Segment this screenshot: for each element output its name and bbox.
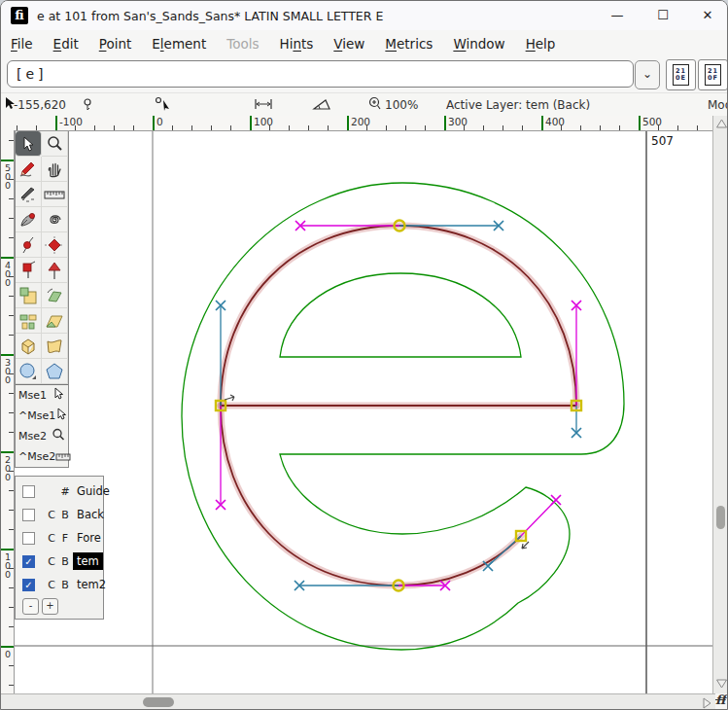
ruler-tick (697, 125, 698, 130)
ruler-tick (1, 257, 14, 259)
horizontal-scrollbar[interactable] (1, 693, 715, 710)
remove-layer-button[interactable]: - (22, 598, 39, 615)
ruler-tick (503, 125, 503, 130)
ruler-label: 0 (4, 650, 12, 658)
mouse-binding-mse1[interactable]: Mse1 (16, 385, 68, 406)
tool-flip[interactable] (16, 308, 42, 334)
tool-corner-point[interactable] (16, 258, 42, 283)
magnify-icon (52, 427, 65, 445)
layer-row-fore[interactable]: CFFore (16, 526, 103, 550)
glyph-outline-drawing[interactable] (1, 1, 728, 710)
mouse-binding-label: Mse2 (18, 430, 47, 443)
tool-scroll-hand[interactable] (42, 157, 68, 182)
scroll-up-icon[interactable] (715, 118, 728, 129)
layer-name[interactable]: Fore (73, 529, 105, 547)
ruler-tick (75, 125, 76, 130)
layer-type-label: C (46, 532, 57, 545)
tool-rotate[interactable] (42, 283, 68, 308)
ruler-tick (36, 125, 37, 130)
layer-row-guide[interactable]: #Guide (16, 479, 103, 503)
mouse-binding-ctrl-mse2[interactable]: ^Mse2 (16, 446, 68, 467)
template-halo (221, 226, 576, 406)
ruler-tick (386, 125, 387, 130)
tool-ruler[interactable] (42, 182, 68, 207)
skew-icon (45, 312, 64, 330)
tool-spiro[interactable] (42, 207, 68, 232)
ruler-tick (172, 125, 173, 130)
tool-skew[interactable] (42, 308, 68, 334)
tool-freehand[interactable] (16, 157, 42, 182)
layer-visible-checkbox[interactable] (22, 509, 35, 521)
tool-magnify[interactable] (42, 131, 68, 157)
layer-ground-label: B (59, 579, 71, 591)
vertical-scrollbar[interactable] (712, 116, 728, 693)
layer-row-tem[interactable]: ✓CBtem (16, 550, 103, 573)
pointer-icon (52, 386, 65, 405)
spiro-icon (46, 211, 63, 229)
corner-point-icon (19, 261, 37, 280)
layer-row-tem2[interactable]: ✓CBtem2 (16, 573, 103, 596)
ruler-tick (94, 125, 95, 130)
layer-name[interactable]: tem (73, 552, 103, 570)
tool-polygon[interactable] (42, 359, 68, 384)
layer-visible-checkbox[interactable] (22, 485, 35, 498)
ruler-label: 0 (156, 116, 163, 127)
ruler-tick (9, 510, 14, 511)
ruler-corner (1, 116, 15, 130)
polygon-icon (45, 362, 64, 381)
layer-row-back[interactable]: CBBack (16, 503, 103, 526)
tool-tangent-point[interactable] (42, 258, 68, 283)
ruler-tick (600, 125, 601, 130)
ruler-tick (191, 125, 192, 130)
pen-icon (18, 211, 38, 229)
ruler-tick (541, 116, 543, 130)
tool-pointer[interactable] (16, 131, 42, 157)
layer-name[interactable]: Back (73, 506, 108, 523)
ruler-tick (561, 125, 562, 130)
ruler-tick (9, 607, 14, 608)
tool-ellipse[interactable] (16, 359, 42, 384)
glyph-outline-path[interactable] (182, 183, 624, 650)
glyph-outline-path[interactable] (280, 273, 521, 357)
layer-ground-label: F (59, 532, 71, 545)
tool-pen[interactable] (16, 207, 42, 232)
horizontal-ruler[interactable]: -1000100200300400500 (15, 116, 712, 131)
layer-name[interactable]: tem2 (73, 576, 110, 593)
tool-grid (16, 131, 68, 384)
tool-rotate3d[interactable] (16, 334, 42, 359)
ruler-tick (250, 116, 252, 130)
layers-palette: #GuideCBBackCFFore✓CBtem✓CBtem2 - + (15, 476, 104, 620)
tool-curve-point[interactable] (16, 232, 42, 258)
layer-visible-checkbox[interactable] (22, 532, 35, 545)
tool-hvcurve-point[interactable] (42, 232, 68, 258)
template-spline[interactable] (221, 406, 521, 586)
layer-visible-checkbox[interactable]: ✓ (22, 579, 35, 591)
ruler-tick (9, 179, 14, 180)
mouse-binding-mse2[interactable]: Mse2 (16, 426, 68, 446)
tool-perspective[interactable] (42, 334, 68, 359)
ruler-tick (9, 335, 14, 336)
add-layer-button[interactable]: + (42, 598, 58, 615)
ruler-tick (289, 125, 290, 130)
layer-visible-checkbox[interactable]: ✓ (22, 555, 35, 568)
mouse-binding-ctrl-mse1[interactable]: ^Mse1 (16, 406, 68, 426)
ruler-tick (230, 125, 231, 130)
rotate-icon (45, 287, 64, 304)
scroll-right-icon[interactable] (701, 697, 712, 709)
ruler-tick (114, 125, 115, 130)
curve-point-icon (19, 235, 37, 255)
mouse-binding-label: Mse1 (18, 389, 47, 402)
cube-icon (18, 337, 38, 356)
scroll-down-icon[interactable] (715, 678, 728, 690)
vertical-ruler[interactable]: 5004003002001000 (1, 130, 15, 693)
tool-scale[interactable] (16, 283, 42, 308)
vertical-scrollbar-thumb[interactable] (716, 506, 725, 529)
layer-name[interactable]: Guide (73, 482, 114, 500)
horizontal-scrollbar-thumb[interactable] (143, 697, 174, 707)
ruler-tick (464, 125, 465, 130)
ruler-tick (9, 471, 14, 472)
template-spline[interactable] (221, 226, 576, 406)
tool-knife[interactable] (16, 182, 42, 207)
layer-ground-label: B (59, 509, 71, 521)
ruler-tick (133, 125, 134, 130)
